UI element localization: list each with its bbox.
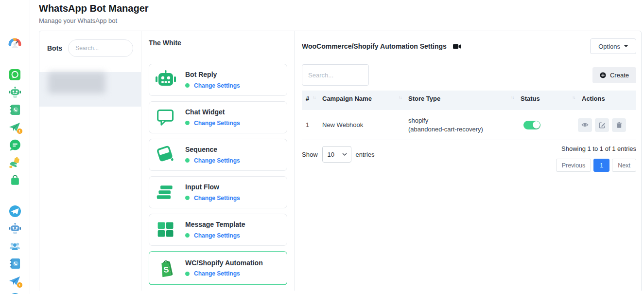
telegram-campaign-icon[interactable]: 1	[8, 275, 21, 288]
svg-text:S: S	[163, 265, 170, 274]
bots-panel-header: Bots	[39, 31, 141, 65]
page-size-select[interactable]: 10	[322, 146, 351, 163]
telegram-icon[interactable]	[8, 204, 21, 218]
bots-panel: Bots	[39, 31, 141, 291]
options-button-label: Options	[598, 43, 620, 50]
plus-circle-icon	[600, 72, 606, 78]
row-actions-cell	[578, 118, 636, 132]
card-title: Input Flow	[185, 183, 240, 191]
showing-entries-text: Showing 1 to 1 of 1 entries	[556, 145, 636, 152]
status-toggle-on[interactable]	[523, 121, 540, 129]
card-text: Sequence Change Settings	[185, 146, 240, 164]
chevron-down-icon	[624, 45, 628, 47]
entries-label: entries	[356, 151, 375, 158]
create-button-label: Create	[610, 72, 629, 79]
automation-table: #↑↓ Campaign Name↑↓ Store Type↑↓ Status↑…	[302, 91, 636, 140]
show-label: Show	[302, 151, 318, 158]
options-button[interactable]: Options	[590, 38, 636, 54]
current-page-button[interactable]: 1	[593, 159, 609, 172]
card-sequence[interactable]: Sequence Change Settings	[149, 139, 287, 171]
whatsapp-contacts-icon[interactable]	[8, 103, 21, 116]
header-status[interactable]: Status↑↓	[517, 91, 578, 110]
bots-title: Bots	[47, 44, 62, 52]
message-template-icon	[155, 220, 176, 239]
create-button[interactable]: Create	[592, 67, 636, 83]
table-search-input[interactable]	[302, 64, 369, 86]
whatsapp-message-icon[interactable]	[8, 138, 21, 151]
header-actions: Actions	[578, 91, 636, 110]
table-row: 1 New Webhook shopify (abandoned-cart-re…	[302, 110, 636, 140]
row-index: 1	[302, 121, 318, 129]
change-settings-link[interactable]: Change Settings	[194, 157, 240, 164]
telegram-chat-icon[interactable]	[8, 292, 21, 294]
card-bot-reply[interactable]: Bot Reply Change Settings	[149, 64, 287, 96]
main-content: WhatsApp Bot Manager Manage your WhatsAp…	[30, 0, 644, 291]
header-campaign-name[interactable]: Campaign Name↑↓	[318, 91, 404, 110]
bot-list-item-selected[interactable]	[39, 72, 141, 107]
card-text: WC/Shopify Automation Change Settings	[185, 259, 263, 277]
previous-page-button[interactable]: Previous	[556, 159, 592, 172]
card-title: Chat Widget	[185, 108, 240, 116]
redacted-bot-name	[48, 72, 105, 93]
automation-settings-panel: WooCommerce/Shopify Automation Settings …	[295, 31, 641, 291]
whatsapp-shop-bag-icon[interactable]	[8, 173, 21, 186]
view-button[interactable]	[578, 118, 592, 132]
change-settings-link[interactable]: Change Settings	[194, 195, 240, 202]
change-settings-link[interactable]: Change Settings	[194, 232, 240, 239]
card-input-flow[interactable]: Input Flow Change Settings	[149, 176, 287, 208]
bot-name-title: The White	[149, 39, 287, 47]
shopify-icon: S	[155, 258, 176, 278]
header-store-type[interactable]: Store Type↑↓	[404, 91, 517, 110]
status-dot	[185, 272, 190, 276]
sort-icon: ↑↓	[313, 95, 315, 100]
delete-button[interactable]	[612, 118, 626, 132]
card-title: Message Template	[185, 220, 245, 229]
feature-card-list: Bot Reply Change Settings	[149, 64, 287, 285]
whatsapp-bot-icon[interactable]	[8, 86, 21, 99]
dashboard-gauge-icon[interactable]	[8, 37, 21, 50]
card-text: Bot Reply Change Settings	[185, 71, 240, 89]
page-subtitle: Manage your WhatsApp bot	[39, 17, 642, 24]
card-text: Message Template Change Settings	[185, 220, 245, 239]
header-index[interactable]: #↑↓	[302, 91, 318, 110]
status-dot	[185, 196, 190, 200]
card-chat-widget[interactable]: Chat Widget Change Settings	[149, 101, 287, 133]
sequence-icon	[155, 145, 176, 165]
edit-button[interactable]	[595, 118, 609, 132]
bot-reply-icon	[155, 70, 176, 90]
telegram-contacts-icon[interactable]	[8, 257, 21, 270]
page-size-value: 10	[328, 151, 334, 158]
whatsapp-icon[interactable]	[8, 68, 21, 81]
status-dot	[185, 121, 190, 125]
row-status-cell	[517, 121, 578, 129]
card-title: Bot Reply	[185, 71, 240, 79]
row-store-type: shopify (abandoned-cart-recovery)	[404, 116, 517, 133]
row-campaign-name: New Webhook	[318, 121, 404, 129]
card-text: Chat Widget Change Settings	[185, 108, 240, 127]
card-title: WC/Shopify Automation	[185, 259, 263, 267]
sort-icon: ↑↓	[399, 95, 401, 100]
card-message-template[interactable]: Message Template Change Settings	[149, 214, 287, 246]
content-card: Bots The White	[39, 31, 642, 291]
telegram-bot-icon[interactable]	[8, 222, 21, 235]
automation-panel-title: WooCommerce/Shopify Automation Settings	[302, 42, 447, 50]
app-icon-sidebar: 1	[0, 0, 30, 294]
integrations-hand-puzzle-icon[interactable]	[8, 156, 21, 169]
input-flow-icon	[155, 183, 176, 202]
campaign-badge: 1	[17, 128, 23, 134]
telegram-group-icon[interactable]	[8, 239, 21, 253]
video-tutorial-icon[interactable]	[453, 43, 461, 50]
change-settings-link[interactable]: Change Settings	[194, 82, 240, 89]
next-page-button[interactable]: Next	[612, 159, 636, 172]
card-title: Sequence	[185, 146, 240, 154]
campaign-badge: 1	[17, 282, 23, 288]
change-settings-link[interactable]: Change Settings	[194, 120, 240, 127]
pagination: Previous 1 Next	[556, 159, 636, 172]
bots-search-input[interactable]	[68, 39, 133, 57]
table-footer: Show 10 entries Showing 1 to 1 of 1 entr…	[302, 144, 636, 172]
whatsapp-campaign-icon[interactable]: 1	[8, 121, 21, 134]
table-header-row: #↑↓ Campaign Name↑↓ Store Type↑↓ Status↑…	[302, 91, 636, 110]
change-settings-link[interactable]: Change Settings	[194, 270, 240, 277]
card-wc-shopify-automation[interactable]: S WC/Shopify Automation Change Settings	[149, 251, 287, 285]
sort-icon: ↑↓	[511, 95, 514, 100]
